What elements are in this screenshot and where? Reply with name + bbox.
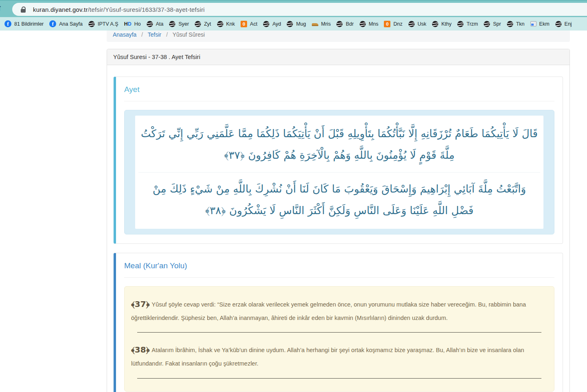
bookmark-item[interactable]: Bdr <box>333 19 356 29</box>
app-window-icon <box>530 21 537 26</box>
bookmark-label: Spr <box>493 21 501 27</box>
globe-icon <box>359 21 366 27</box>
bookmark-item[interactable]: Trzm <box>454 19 481 29</box>
page-content: Anasayfa / Tefsir / Yûsuf Sûresi Yûsuf S… <box>0 31 587 392</box>
breadcrumb-current: Yûsuf Sûresi <box>173 31 205 38</box>
bookmark-label: Mns <box>369 21 379 27</box>
bookmark-item[interactable]: Zyt <box>192 19 214 29</box>
meal-item-38: ﴾38﴿Atalarım İbrâhim, İshak ve Ya’kūb’un… <box>131 342 548 369</box>
bookmark-item[interactable]: Enj <box>552 19 575 29</box>
arabic-verse-38: وَاتَّبَعْتُ مِلَّةَ آبَائِي إِبْرَاهِيم… <box>138 172 540 228</box>
divider <box>137 332 541 333</box>
bookmark-label: Ayd <box>272 21 281 27</box>
bookmark-label: Knk <box>226 21 235 27</box>
bookmark-label: Mris <box>321 21 331 27</box>
globe-icon <box>88 21 95 27</box>
globe-icon <box>336 21 343 27</box>
meal-text-38: ﴾38﴿Atalarım İbrâhim, İshak ve Ya’kūb’un… <box>131 342 548 369</box>
globe-icon <box>432 21 438 27</box>
ayet-section: Ayet قَالَ لَا يَأْتِيكُمَا طَعَامٌ تُرْ… <box>114 77 563 244</box>
bookmark-label: Ata <box>156 21 164 27</box>
bookmark-item[interactable]: Usk <box>405 19 429 29</box>
bookmark-item[interactable]: Ata <box>144 19 166 29</box>
hd-icon: HD <box>124 21 131 27</box>
breadcrumb: Anasayfa / Tefsir / Yûsuf Sûresi <box>107 31 570 42</box>
bookmark-label: Mug <box>296 21 306 27</box>
meal-item-37: ﴾37﴿Yûsuf şöyle cevap verdi: “Size erzak… <box>131 296 548 324</box>
globe-icon <box>507 21 513 27</box>
bookmark-label: Tkn <box>516 21 525 27</box>
ayet-heading: Ayet <box>124 85 554 94</box>
breadcrumb-anasayfa[interactable]: Anasayfa <box>113 31 136 38</box>
url-text: kuran.diyanet.gov.tr/tefsir/Yûsuf-suresi… <box>33 6 205 13</box>
bookmark-item[interactable]: HDHo <box>121 19 144 29</box>
bookmark-item[interactable]: Ekm <box>528 19 552 29</box>
bookmark-label: Act <box>250 21 257 27</box>
bookmark-item[interactable]: fAna Sayfa <box>46 19 85 29</box>
bookmark-item[interactable]: 0Act <box>238 19 260 29</box>
url-path: /tefsir/Yûsuf-suresi/1633/37-38-ayet-tef… <box>88 6 205 13</box>
ayet-inner-box: قَالَ لَا يَأْتِيكُمَا طَعَامٌ تُرْزَقَا… <box>135 116 543 229</box>
bookmark-label: Ekm <box>539 21 550 27</box>
globe-icon <box>169 21 175 27</box>
ayet-box: قَالَ لَا يَأْتِيكُمَا طَعَامٌ تُرْزَقَا… <box>124 110 554 234</box>
bookmark-item[interactable]: Mns <box>357 19 381 29</box>
bookmark-item[interactable]: Ayd <box>260 19 284 29</box>
breadcrumb-separator: / <box>141 31 143 38</box>
bookmark-label: Ho <box>134 21 141 27</box>
globe-icon <box>484 21 490 27</box>
bookmark-item[interactable]: Syer <box>166 19 192 29</box>
car-icon <box>312 23 318 26</box>
browser-toolbar: ↑ kuran.diyanet.gov.tr/tefsir/Yûsuf-sure… <box>0 0 587 17</box>
bookmark-item[interactable]: Mug <box>284 19 309 29</box>
url-host: kuran.diyanet.gov.tr <box>33 6 88 13</box>
divider <box>124 277 554 278</box>
globe-icon <box>408 21 415 27</box>
address-bar[interactable]: kuran.diyanet.gov.tr/tefsir/Yûsuf-suresi… <box>12 3 587 16</box>
globe-icon <box>555 21 562 27</box>
bookmark-label: 81 Bildirimler <box>14 21 44 27</box>
bookmark-item[interactable]: Kthy <box>429 19 454 29</box>
globe-icon <box>217 21 223 27</box>
bookmark-item[interactable]: IPTV A.Ş <box>85 19 121 29</box>
bookmark-label: Usk <box>418 21 427 27</box>
bookmark-item[interactable]: Spr <box>481 19 504 29</box>
breadcrumb-separator: / <box>166 31 168 38</box>
panel-body: Ayet قَالَ لَا يَأْتِيكُمَا طَعَامٌ تُرْ… <box>107 65 569 392</box>
globe-icon <box>147 21 153 27</box>
bookmark-label: Enj <box>565 21 572 27</box>
tefsir-panel: Yûsuf Suresi - 37-38 . Ayet Tefsiri Ayet… <box>107 49 570 392</box>
globe-icon <box>287 21 293 27</box>
verse-number-38: ﴾38﴿ <box>131 345 150 355</box>
globe-icon <box>195 21 201 27</box>
meal-text-37: ﴾37﴿Yûsuf şöyle cevap verdi: “Size erzak… <box>131 296 548 324</box>
facebook-icon: f <box>4 20 11 27</box>
globe-icon <box>457 21 464 27</box>
bookmark-label: Zyt <box>204 21 211 27</box>
meal-box: ﴾37﴿Yûsuf şöyle cevap verdi: “Size erzak… <box>124 286 554 392</box>
bookmark-label: Syer <box>178 21 189 27</box>
globe-icon <box>263 21 269 27</box>
bookmark-label: Dnz <box>393 21 402 27</box>
bookmark-item[interactable]: Tkn <box>504 19 528 29</box>
bookmark-item[interactable]: 0Dnz <box>381 19 405 29</box>
meal-section: Meal (Kur'an Yolu) ﴾37﴿Yûsuf şöyle cevap… <box>114 253 563 392</box>
divider <box>137 378 541 379</box>
bookmark-label: IPTV A.Ş <box>98 21 118 27</box>
translation-38: Atalarım İbrâhim, İshak ve Ya’kūb’un din… <box>131 347 524 367</box>
bookmark-item[interactable]: f81 Bildirimler <box>2 19 46 29</box>
bookmark-item[interactable]: Knk <box>214 19 238 29</box>
facebook-icon: f <box>49 20 56 27</box>
lock-icon[interactable] <box>21 7 26 13</box>
toolbar-arrow-icon[interactable]: ↑ <box>0 3 2 12</box>
breadcrumb-tefsir[interactable]: Tefsir <box>148 31 161 38</box>
bookmark-item[interactable]: Mris <box>309 19 334 29</box>
bookmarks-bar: f81 BildirimlerfAna SayfaIPTV A.ŞHDHoAta… <box>0 17 587 31</box>
divider <box>124 101 554 101</box>
bookmark-label: Trzm <box>467 21 478 27</box>
translation-37: Yûsuf şöyle cevap verdi: “Size erzak ola… <box>131 301 526 321</box>
bookmark-label: Kthy <box>441 21 451 27</box>
orange-badge-icon: 0 <box>384 21 390 27</box>
verse-number-37: ﴾37﴿ <box>131 299 150 309</box>
arabic-verse-37: قَالَ لَا يَأْتِيكُمَا طَعَامٌ تُرْزَقَا… <box>138 117 540 172</box>
